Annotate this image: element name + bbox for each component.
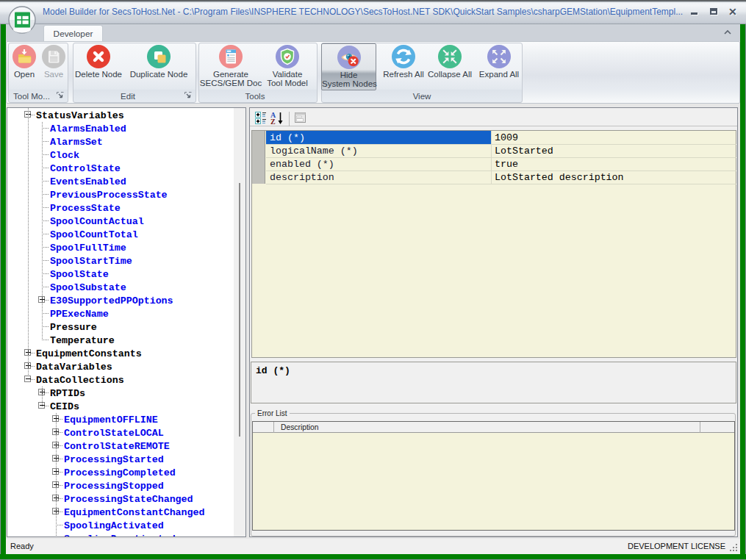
svg-text:Z: Z — [270, 118, 276, 125]
